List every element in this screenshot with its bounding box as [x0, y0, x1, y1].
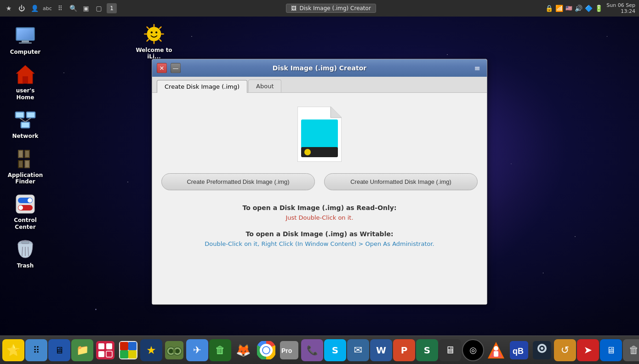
taskbar-center: 🖼 Disk Image (.img) Creator	[286, 4, 376, 13]
window-title-left: ✕ —	[157, 63, 181, 73]
dock-icon-paint[interactable]	[117, 339, 139, 361]
power-icon[interactable]: ⏻	[17, 3, 27, 13]
signal-icon[interactable]: 📶	[555, 5, 563, 12]
svg-rect-12	[22, 123, 29, 127]
network-icon-img	[14, 109, 36, 131]
dock-icon-viber[interactable]: 📞	[301, 339, 323, 361]
svg-rect-3	[22, 40, 29, 42]
dock-icon-trash-green[interactable]: 🗑	[209, 339, 231, 361]
svg-rect-8	[16, 113, 23, 117]
tab-about[interactable]: About	[248, 80, 281, 92]
info-writable-text: Double-Click on it, Right Click (In Wind…	[161, 240, 478, 247]
lock-icon[interactable]: 🔒	[545, 5, 553, 12]
svg-line-41	[160, 27, 161, 28]
keyboard-icon[interactable]: abc	[42, 3, 52, 13]
svg-point-71	[263, 347, 269, 353]
time: 13:24	[606, 8, 635, 14]
date: Sun 06 Sep	[606, 2, 635, 8]
dock-icon-star[interactable]: ⭐	[2, 339, 24, 361]
dock-icon-skype[interactable]: S	[324, 339, 346, 361]
controlcenter-icon-img	[14, 193, 36, 215]
svg-line-39	[147, 27, 148, 28]
svg-point-43	[151, 31, 153, 33]
volume-icon[interactable]: 🔊	[575, 5, 582, 12]
svg-rect-6	[23, 76, 28, 84]
svg-line-30	[22, 247, 23, 256]
user-icon[interactable]: 👤	[29, 3, 40, 13]
dock-icon-migrate[interactable]: ✈	[186, 339, 208, 361]
window-close-button[interactable]: ✕	[157, 63, 167, 73]
dock-icon-vlc[interactable]	[485, 339, 507, 361]
window-taskbar-icon: 🖼	[291, 5, 297, 11]
dock-icon-steam[interactable]	[531, 339, 553, 361]
desktop-icon-controlcenter[interactable]: Control Center	[5, 191, 46, 232]
dock-icon-binoculars[interactable]	[163, 339, 185, 361]
window-minimize-button[interactable]: —	[171, 63, 181, 73]
svg-rect-55	[98, 351, 104, 357]
window-icon[interactable]: ▣	[81, 3, 91, 13]
dock-icon-qbittorrent[interactable]: qB	[508, 339, 530, 361]
svg-point-27	[18, 205, 23, 210]
dock-icon-appgrid[interactable]: ⠿	[25, 339, 47, 361]
taskbar-top: ★ ⏻ 👤 abc ⠿ 🔍 ▣ ▢ 1 🖼 Disk Image (.img) …	[0, 0, 639, 17]
svg-rect-76	[494, 351, 498, 357]
dock-icon-remote[interactable]: ➤	[577, 339, 599, 361]
dock-icon-filemanager[interactable]: 📁	[71, 339, 93, 361]
dock-icon-word[interactable]: W	[370, 339, 392, 361]
svg-rect-33	[22, 241, 29, 244]
create-unformatted-button[interactable]: Create Unformatted Disk Image (.img)	[324, 173, 478, 190]
window-menu-button[interactable]: ≡	[472, 63, 482, 73]
svg-rect-20	[25, 151, 29, 157]
desktop: ★ ⏻ 👤 abc ⠿ 🔍 ▣ ▢ 1 🖼 Disk Image (.img) …	[0, 0, 639, 364]
grid-icon[interactable]: ⠿	[55, 3, 65, 13]
desktop-icon-home[interactable]: user's Home	[5, 62, 46, 102]
svg-line-32	[28, 247, 29, 256]
dock-icon-recycle[interactable]: 🗑	[623, 339, 639, 361]
bluetooth-icon[interactable]: 🔷	[585, 5, 593, 12]
desktop-icon-trash[interactable]: Trash	[5, 237, 46, 271]
svg-point-25	[28, 198, 32, 203]
dock-icon-teamviewer[interactable]: 🖥	[600, 339, 622, 361]
window-title: Disk Image (.img) Creator	[273, 64, 366, 72]
dock-icon-sheets[interactable]: S	[416, 339, 438, 361]
dock-icon-ppt[interactable]: P	[393, 339, 415, 361]
desktop-icon-appfinder[interactable]: Application Finder	[5, 146, 46, 187]
svg-rect-53	[98, 343, 104, 349]
button-row: Create Preformatted Disk Image (.img) Cr…	[161, 173, 478, 190]
svg-rect-56	[106, 351, 112, 357]
dock-icon-bookmark[interactable]: ★	[140, 339, 162, 361]
trash-icon-img	[14, 239, 36, 261]
battery-icon[interactable]: 🔋	[595, 5, 603, 12]
dock: ⭐ ⠿ 🖥 📁 ★	[0, 336, 639, 364]
dock-icon-screenrec[interactable]: 🖥	[439, 339, 461, 361]
home-label: user's Home	[6, 87, 44, 101]
tab-create[interactable]: Create Disk Image (.img)	[157, 80, 247, 93]
create-preformatted-button[interactable]: Create Preformatted Disk Image (.img)	[161, 173, 315, 190]
dock-icon-desktop[interactable]: 🖥	[48, 339, 70, 361]
computer-icon-img	[14, 25, 36, 47]
star-icon[interactable]: ★	[4, 3, 14, 13]
desktop-icon-welcome[interactable]: Welcome to iLi...	[133, 23, 175, 60]
svg-rect-19	[19, 151, 23, 157]
dock-icon-firefox[interactable]: 🦊	[232, 339, 254, 361]
appfinder-label: Application Finder	[8, 172, 43, 185]
datetime: Sun 06 Sep 13:24	[606, 2, 635, 14]
flag-icon[interactable]: 🇺🇸	[565, 5, 572, 11]
search-icon[interactable]: 🔍	[68, 3, 78, 13]
workspace-number[interactable]: 1	[107, 3, 117, 13]
svg-line-14	[25, 118, 31, 122]
disk-image-icon-area	[161, 107, 478, 162]
info-readonly-text: Just Double-Click on it.	[161, 214, 478, 221]
computer-label: Computer	[10, 49, 40, 55]
dock-icon-settings[interactable]	[94, 339, 116, 361]
dock-icon-mail[interactable]: ✉	[347, 339, 369, 361]
desktop-icon-network[interactable]: Network	[5, 107, 46, 141]
dock-icon-chrome[interactable]	[255, 339, 277, 361]
dock-icon-anon[interactable]: ◎	[462, 339, 484, 361]
dock-icon-script[interactable]: Pro	[278, 339, 300, 361]
desktop-icon-computer[interactable]: Computer	[5, 23, 46, 57]
taskbar-window-button[interactable]: 🖼 Disk Image (.img) Creator	[286, 4, 376, 13]
desktop-icon-btn[interactable]: ▢	[94, 3, 104, 13]
svg-rect-60	[120, 350, 128, 358]
dock-icon-backup[interactable]: ↺	[554, 339, 576, 361]
